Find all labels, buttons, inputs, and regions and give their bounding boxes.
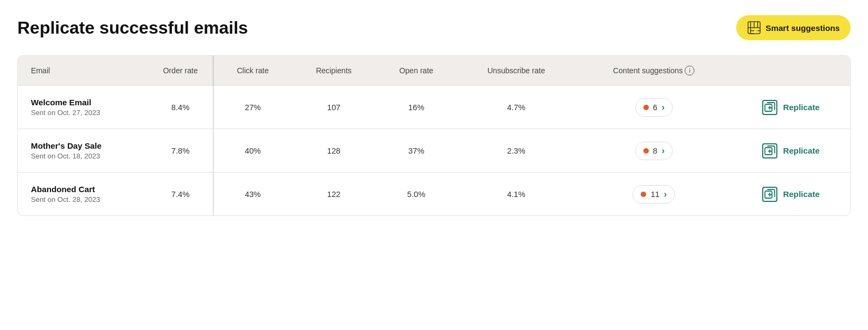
- main-table-container: Email Order rate Click rate Recipients O…: [17, 55, 851, 216]
- email-name-2: Abandoned Cart: [31, 185, 139, 194]
- replicate-cell-0: Replicate: [732, 86, 850, 129]
- unsubscribe-rate-cell-2: 4.1%: [457, 173, 576, 216]
- recipients-cell-1: 128: [292, 129, 376, 173]
- col-header-unsubscribe-rate: Unsubscribe rate: [457, 56, 576, 86]
- unsubscribe-rate-cell-1: 2.3%: [457, 129, 576, 173]
- email-cell-1: Mother's Day Sale Sent on Oct. 18, 2023: [18, 129, 148, 173]
- email-name-0: Welcome Email: [31, 98, 139, 107]
- suggestions-pill-1[interactable]: 8 ›: [635, 142, 673, 160]
- replicate-svg-0: [764, 102, 775, 113]
- suggestions-count-2: 11: [650, 190, 659, 199]
- recipients-cell-0: 107: [292, 86, 376, 129]
- suggestions-dot-1: [643, 148, 649, 154]
- replicate-svg-1: [764, 145, 775, 156]
- order-rate-cell-2: 7.4%: [148, 173, 213, 216]
- suggestions-count-1: 8: [653, 147, 658, 155]
- table-header-row: Email Order rate Click rate Recipients O…: [18, 56, 850, 86]
- emails-table: Email Order rate Click rate Recipients O…: [18, 56, 850, 215]
- replicate-button-0[interactable]: Replicate: [762, 100, 820, 115]
- replicate-label-0: Replicate: [783, 103, 820, 112]
- click-rate-cell-1: 40%: [213, 129, 292, 173]
- click-rate-cell-0: 27%: [213, 86, 292, 129]
- smart-suggestions-button[interactable]: Smart suggestions: [736, 15, 851, 40]
- col-header-email: Email: [18, 56, 148, 86]
- page-header: Replicate successful emails Smart sugges…: [17, 15, 851, 40]
- suggestions-dot-0: [643, 105, 649, 110]
- col-header-content-suggestions: Content suggestions i: [576, 56, 732, 86]
- suggestions-dot-2: [641, 192, 646, 197]
- replicate-cell-2: Replicate: [732, 173, 850, 216]
- table-row: Welcome Email Sent on Oct. 27, 2023 8.4%…: [18, 86, 850, 129]
- suggestions-cell-0: 6 ›: [576, 86, 732, 129]
- email-date-2: Sent on Oct. 28, 2023: [31, 195, 139, 204]
- suggestions-count-0: 6: [653, 103, 658, 112]
- smart-suggestions-icon: [747, 21, 761, 35]
- replicate-icon-1: [762, 143, 777, 158]
- info-icon: i: [685, 66, 694, 75]
- suggestions-pill-2[interactable]: 11 ›: [633, 185, 675, 204]
- replicate-cell-1: Replicate: [732, 129, 850, 173]
- replicate-svg-2: [764, 189, 775, 200]
- email-cell-0: Welcome Email Sent on Oct. 27, 2023: [18, 86, 148, 129]
- open-rate-cell-1: 37%: [376, 129, 457, 173]
- replicate-label-1: Replicate: [783, 146, 820, 155]
- col-header-actions: [732, 56, 850, 86]
- suggestions-pill-0[interactable]: 6 ›: [635, 98, 673, 117]
- unsubscribe-rate-cell-0: 4.7%: [457, 86, 576, 129]
- email-date-1: Sent on Oct. 18, 2023: [31, 152, 139, 160]
- suggestions-arrow-0: ›: [662, 103, 665, 112]
- col-header-order-rate: Order rate: [148, 56, 213, 86]
- suggestions-arrow-2: ›: [664, 189, 667, 199]
- replicate-icon-0: [762, 100, 777, 115]
- replicate-label-2: Replicate: [783, 189, 820, 199]
- table-row: Abandoned Cart Sent on Oct. 28, 2023 7.4…: [18, 173, 850, 216]
- open-rate-cell-2: 5.0%: [376, 173, 457, 216]
- col-header-recipients: Recipients: [292, 56, 376, 86]
- col-header-open-rate: Open rate: [376, 56, 457, 86]
- table-row: Mother's Day Sale Sent on Oct. 18, 2023 …: [18, 129, 850, 173]
- recipients-cell-2: 122: [292, 173, 376, 216]
- click-rate-cell-2: 43%: [213, 173, 292, 216]
- suggestions-cell-2: 11 ›: [576, 173, 732, 216]
- email-cell-2: Abandoned Cart Sent on Oct. 28, 2023: [18, 173, 148, 216]
- open-rate-cell-0: 16%: [376, 86, 457, 129]
- smart-suggestions-label: Smart suggestions: [765, 23, 840, 33]
- order-rate-cell-1: 7.8%: [148, 129, 213, 173]
- email-date-0: Sent on Oct. 27, 2023: [31, 109, 139, 117]
- email-name-1: Mother's Day Sale: [31, 141, 139, 150]
- replicate-button-1[interactable]: Replicate: [762, 143, 820, 158]
- page-title: Replicate successful emails: [17, 18, 248, 38]
- order-rate-cell-0: 8.4%: [148, 86, 213, 129]
- suggestions-cell-1: 8 ›: [576, 129, 732, 173]
- suggestions-arrow-1: ›: [662, 146, 665, 156]
- replicate-icon-2: [762, 187, 777, 202]
- col-header-click-rate: Click rate: [213, 56, 292, 86]
- replicate-button-2[interactable]: Replicate: [762, 187, 820, 202]
